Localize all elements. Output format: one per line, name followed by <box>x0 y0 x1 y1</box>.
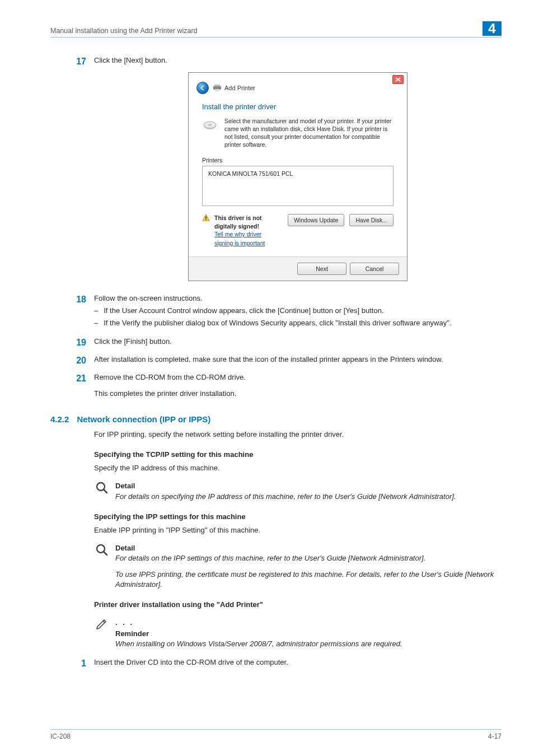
step-21: 21 Remove the CD-ROM from the CD-ROM dri… <box>73 372 502 398</box>
step-17: 17 Click the [Next] button. <box>73 55 502 68</box>
step-1: 1 Insert the Driver CD into the CD-ROM d… <box>73 657 502 670</box>
step-sub: If the User Account Control window appea… <box>104 306 383 316</box>
svg-rect-0 <box>214 85 220 86</box>
reminder-note: . . . Reminder When installing on Window… <box>94 618 502 650</box>
svg-rect-2 <box>215 89 219 91</box>
note-text: For details on the IPP settings of this … <box>115 553 502 563</box>
running-header: Manual installation using the Add Printe… <box>50 21 502 38</box>
step-19: 19 Click the [Finish] button. <box>73 337 502 349</box>
printer-icon <box>213 85 221 91</box>
note-text: To use IPPS printing, the certificate mu… <box>115 570 502 590</box>
ipp-heading: Specifying the IPP settings for this mac… <box>94 512 502 522</box>
back-button[interactable] <box>196 82 209 94</box>
step-number: 21 <box>73 372 86 385</box>
list-header: Printers <box>202 156 394 165</box>
detail-note-tcpip: Detail For details on specifying the IP … <box>94 481 502 501</box>
next-button[interactable]: Next <box>297 263 346 275</box>
step-text: Follow the on-screen instructions. <box>94 293 502 304</box>
tcpip-heading: Specifying the TCP/IP setting for this m… <box>94 450 502 460</box>
step-number: 19 <box>73 337 86 349</box>
magnifier-icon <box>94 481 110 494</box>
ellipsis-icon: . . . <box>115 618 402 628</box>
step-18: 18 Follow the on-screen instructions. –I… <box>73 293 502 331</box>
step-tail: This completes the printer driver instal… <box>94 389 502 399</box>
svg-line-11 <box>104 552 107 555</box>
step-number: 1 <box>73 657 86 670</box>
svg-line-9 <box>104 489 107 493</box>
step-text: After installation is completed, make su… <box>94 354 502 365</box>
signing-link[interactable]: Tell me why driver signing is important <box>214 231 265 246</box>
close-button[interactable] <box>392 75 404 84</box>
note-label: Reminder <box>115 629 402 639</box>
step-text: Remove the CD-ROM from the CD-ROM drive. <box>94 372 502 382</box>
svg-rect-7 <box>205 219 206 220</box>
pencil-icon <box>94 618 110 630</box>
step-text: Insert the Driver CD into the CD-ROM dri… <box>94 657 502 668</box>
svg-point-5 <box>208 124 212 125</box>
warning-icon <box>202 214 210 222</box>
addprinter-heading: Printer driver installation using the "A… <box>94 600 502 610</box>
dialog-title: Add Printer <box>224 84 255 92</box>
note-text: When installing on Windows Vista/Server … <box>115 639 402 649</box>
footer-left: IC-208 <box>50 732 71 741</box>
windows-update-button[interactable]: Windows Update <box>288 214 344 226</box>
page-footer: IC-208 4-17 <box>50 729 502 741</box>
step-number: 18 <box>73 293 86 306</box>
ipp-body: Enable IPP printing in "IPP Setting" of … <box>94 525 502 535</box>
section-4-2-2: 4.2.2 Network connection (IPP or IPPS) <box>50 413 502 425</box>
note-text: For details on specifying the IP address… <box>115 492 456 502</box>
step-20: 20 After installation is completed, make… <box>73 354 502 367</box>
step-text: Click the [Finish] button. <box>94 337 502 347</box>
dialog-desc: Select the manufacturer and model of you… <box>224 117 394 149</box>
section-intro: For IPP printing, specify the network se… <box>94 430 502 440</box>
step-text: Click the [Next] button. <box>94 55 502 66</box>
tcpip-body: Specify the IP address of this machine. <box>94 463 502 473</box>
step-number: 20 <box>73 354 86 367</box>
list-item[interactable]: KONICA MINOLTA 751/601 PCL <box>208 170 387 178</box>
dialog-heading: Install the printer driver <box>202 102 394 112</box>
step-number: 17 <box>73 55 86 68</box>
add-printer-dialog: Add Printer Install the printer driver S… <box>188 72 407 281</box>
section-number: 4.2.2 <box>50 413 69 425</box>
disk-icon <box>202 117 218 130</box>
svg-rect-6 <box>205 216 206 218</box>
section-title: Network connection (IPP or IPPS) <box>77 413 210 425</box>
have-disk-button[interactable]: Have Disk... <box>349 214 394 226</box>
magnifier-icon <box>94 543 110 557</box>
step-sub: If the Verify the publisher dialog box o… <box>104 318 451 328</box>
arrow-left-icon <box>200 85 205 91</box>
signing-warning: This driver is not digitally signed! <box>214 214 280 230</box>
note-label: Detail <box>115 481 456 491</box>
close-icon <box>395 77 401 82</box>
running-title: Manual installation using the Add Printe… <box>50 26 198 36</box>
chapter-badge: 4 <box>483 21 502 36</box>
printers-list[interactable]: KONICA MINOLTA 751/601 PCL <box>202 166 394 206</box>
note-label: Detail <box>115 543 502 553</box>
cancel-button[interactable]: Cancel <box>350 263 399 275</box>
detail-note-ipp: Detail For details on the IPP settings o… <box>94 543 502 590</box>
footer-right: 4-17 <box>488 732 502 741</box>
